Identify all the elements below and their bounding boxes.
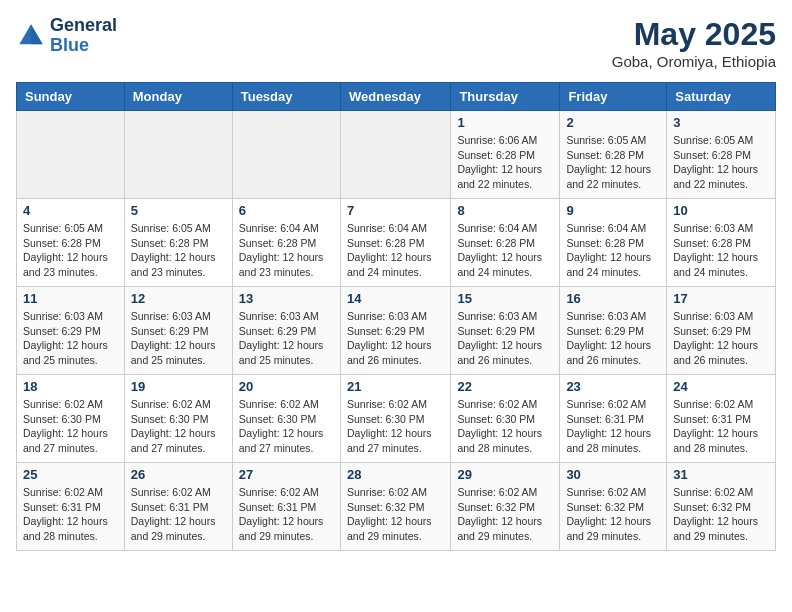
day-info: Sunrise: 6:04 AM Sunset: 6:28 PM Dayligh… bbox=[347, 221, 444, 280]
calendar-cell: 20Sunrise: 6:02 AM Sunset: 6:30 PM Dayli… bbox=[232, 375, 340, 463]
day-number: 26 bbox=[131, 467, 226, 482]
week-row-1: 1Sunrise: 6:06 AM Sunset: 6:28 PM Daylig… bbox=[17, 111, 776, 199]
day-number: 15 bbox=[457, 291, 553, 306]
calendar-cell: 6Sunrise: 6:04 AM Sunset: 6:28 PM Daylig… bbox=[232, 199, 340, 287]
logo-text: General Blue bbox=[50, 16, 117, 56]
calendar-cell: 7Sunrise: 6:04 AM Sunset: 6:28 PM Daylig… bbox=[340, 199, 450, 287]
day-info: Sunrise: 6:03 AM Sunset: 6:29 PM Dayligh… bbox=[566, 309, 660, 368]
day-number: 24 bbox=[673, 379, 769, 394]
day-number: 22 bbox=[457, 379, 553, 394]
day-info: Sunrise: 6:05 AM Sunset: 6:28 PM Dayligh… bbox=[673, 133, 769, 192]
day-number: 10 bbox=[673, 203, 769, 218]
calendar-cell: 13Sunrise: 6:03 AM Sunset: 6:29 PM Dayli… bbox=[232, 287, 340, 375]
calendar-cell: 29Sunrise: 6:02 AM Sunset: 6:32 PM Dayli… bbox=[451, 463, 560, 551]
title-block: May 2025 Goba, Oromiya, Ethiopia bbox=[612, 16, 776, 70]
day-number: 30 bbox=[566, 467, 660, 482]
calendar-cell: 14Sunrise: 6:03 AM Sunset: 6:29 PM Dayli… bbox=[340, 287, 450, 375]
calendar-cell: 10Sunrise: 6:03 AM Sunset: 6:28 PM Dayli… bbox=[667, 199, 776, 287]
logo-line1: General bbox=[50, 16, 117, 36]
day-info: Sunrise: 6:02 AM Sunset: 6:32 PM Dayligh… bbox=[457, 485, 553, 544]
day-number: 6 bbox=[239, 203, 334, 218]
day-info: Sunrise: 6:03 AM Sunset: 6:29 PM Dayligh… bbox=[457, 309, 553, 368]
day-info: Sunrise: 6:03 AM Sunset: 6:28 PM Dayligh… bbox=[673, 221, 769, 280]
calendar-cell bbox=[17, 111, 125, 199]
day-number: 23 bbox=[566, 379, 660, 394]
day-info: Sunrise: 6:02 AM Sunset: 6:30 PM Dayligh… bbox=[239, 397, 334, 456]
day-number: 27 bbox=[239, 467, 334, 482]
calendar-cell: 21Sunrise: 6:02 AM Sunset: 6:30 PM Dayli… bbox=[340, 375, 450, 463]
day-number: 12 bbox=[131, 291, 226, 306]
calendar-cell bbox=[340, 111, 450, 199]
header-friday: Friday bbox=[560, 83, 667, 111]
calendar-cell: 25Sunrise: 6:02 AM Sunset: 6:31 PM Dayli… bbox=[17, 463, 125, 551]
day-info: Sunrise: 6:05 AM Sunset: 6:28 PM Dayligh… bbox=[566, 133, 660, 192]
calendar-cell: 24Sunrise: 6:02 AM Sunset: 6:31 PM Dayli… bbox=[667, 375, 776, 463]
header-wednesday: Wednesday bbox=[340, 83, 450, 111]
day-info: Sunrise: 6:04 AM Sunset: 6:28 PM Dayligh… bbox=[566, 221, 660, 280]
day-info: Sunrise: 6:02 AM Sunset: 6:31 PM Dayligh… bbox=[239, 485, 334, 544]
day-info: Sunrise: 6:03 AM Sunset: 6:29 PM Dayligh… bbox=[347, 309, 444, 368]
header-thursday: Thursday bbox=[451, 83, 560, 111]
day-info: Sunrise: 6:04 AM Sunset: 6:28 PM Dayligh… bbox=[239, 221, 334, 280]
day-info: Sunrise: 6:05 AM Sunset: 6:28 PM Dayligh… bbox=[23, 221, 118, 280]
day-info: Sunrise: 6:02 AM Sunset: 6:30 PM Dayligh… bbox=[347, 397, 444, 456]
header-monday: Monday bbox=[124, 83, 232, 111]
logo-line2: Blue bbox=[50, 36, 117, 56]
day-number: 16 bbox=[566, 291, 660, 306]
month-year: May 2025 bbox=[612, 16, 776, 53]
calendar-cell: 17Sunrise: 6:03 AM Sunset: 6:29 PM Dayli… bbox=[667, 287, 776, 375]
day-number: 21 bbox=[347, 379, 444, 394]
header-row: SundayMondayTuesdayWednesdayThursdayFrid… bbox=[17, 83, 776, 111]
day-number: 18 bbox=[23, 379, 118, 394]
page-header: General Blue May 2025 Goba, Oromiya, Eth… bbox=[16, 16, 776, 70]
day-info: Sunrise: 6:03 AM Sunset: 6:29 PM Dayligh… bbox=[239, 309, 334, 368]
day-number: 29 bbox=[457, 467, 553, 482]
calendar-cell: 16Sunrise: 6:03 AM Sunset: 6:29 PM Dayli… bbox=[560, 287, 667, 375]
day-number: 8 bbox=[457, 203, 553, 218]
day-info: Sunrise: 6:02 AM Sunset: 6:31 PM Dayligh… bbox=[23, 485, 118, 544]
day-number: 17 bbox=[673, 291, 769, 306]
calendar-cell bbox=[124, 111, 232, 199]
day-info: Sunrise: 6:02 AM Sunset: 6:30 PM Dayligh… bbox=[131, 397, 226, 456]
calendar-cell: 15Sunrise: 6:03 AM Sunset: 6:29 PM Dayli… bbox=[451, 287, 560, 375]
location: Goba, Oromiya, Ethiopia bbox=[612, 53, 776, 70]
calendar-cell: 11Sunrise: 6:03 AM Sunset: 6:29 PM Dayli… bbox=[17, 287, 125, 375]
calendar-cell: 18Sunrise: 6:02 AM Sunset: 6:30 PM Dayli… bbox=[17, 375, 125, 463]
calendar-cell: 30Sunrise: 6:02 AM Sunset: 6:32 PM Dayli… bbox=[560, 463, 667, 551]
day-info: Sunrise: 6:04 AM Sunset: 6:28 PM Dayligh… bbox=[457, 221, 553, 280]
week-row-4: 18Sunrise: 6:02 AM Sunset: 6:30 PM Dayli… bbox=[17, 375, 776, 463]
day-info: Sunrise: 6:02 AM Sunset: 6:30 PM Dayligh… bbox=[457, 397, 553, 456]
day-info: Sunrise: 6:02 AM Sunset: 6:32 PM Dayligh… bbox=[566, 485, 660, 544]
calendar-cell: 12Sunrise: 6:03 AM Sunset: 6:29 PM Dayli… bbox=[124, 287, 232, 375]
day-info: Sunrise: 6:03 AM Sunset: 6:29 PM Dayligh… bbox=[673, 309, 769, 368]
day-number: 13 bbox=[239, 291, 334, 306]
calendar-cell: 3Sunrise: 6:05 AM Sunset: 6:28 PM Daylig… bbox=[667, 111, 776, 199]
week-row-3: 11Sunrise: 6:03 AM Sunset: 6:29 PM Dayli… bbox=[17, 287, 776, 375]
day-number: 31 bbox=[673, 467, 769, 482]
calendar-cell: 5Sunrise: 6:05 AM Sunset: 6:28 PM Daylig… bbox=[124, 199, 232, 287]
day-number: 2 bbox=[566, 115, 660, 130]
calendar-cell: 28Sunrise: 6:02 AM Sunset: 6:32 PM Dayli… bbox=[340, 463, 450, 551]
header-sunday: Sunday bbox=[17, 83, 125, 111]
calendar-table: SundayMondayTuesdayWednesdayThursdayFrid… bbox=[16, 82, 776, 551]
calendar-cell: 31Sunrise: 6:02 AM Sunset: 6:32 PM Dayli… bbox=[667, 463, 776, 551]
day-info: Sunrise: 6:02 AM Sunset: 6:31 PM Dayligh… bbox=[673, 397, 769, 456]
day-number: 1 bbox=[457, 115, 553, 130]
day-number: 7 bbox=[347, 203, 444, 218]
header-saturday: Saturday bbox=[667, 83, 776, 111]
day-number: 28 bbox=[347, 467, 444, 482]
day-info: Sunrise: 6:02 AM Sunset: 6:31 PM Dayligh… bbox=[566, 397, 660, 456]
day-info: Sunrise: 6:02 AM Sunset: 6:32 PM Dayligh… bbox=[347, 485, 444, 544]
day-info: Sunrise: 6:02 AM Sunset: 6:30 PM Dayligh… bbox=[23, 397, 118, 456]
day-number: 4 bbox=[23, 203, 118, 218]
svg-marker-1 bbox=[31, 24, 43, 44]
calendar-cell: 9Sunrise: 6:04 AM Sunset: 6:28 PM Daylig… bbox=[560, 199, 667, 287]
calendar-cell: 26Sunrise: 6:02 AM Sunset: 6:31 PM Dayli… bbox=[124, 463, 232, 551]
day-info: Sunrise: 6:03 AM Sunset: 6:29 PM Dayligh… bbox=[23, 309, 118, 368]
week-row-5: 25Sunrise: 6:02 AM Sunset: 6:31 PM Dayli… bbox=[17, 463, 776, 551]
calendar-header: SundayMondayTuesdayWednesdayThursdayFrid… bbox=[17, 83, 776, 111]
day-number: 9 bbox=[566, 203, 660, 218]
calendar-cell: 23Sunrise: 6:02 AM Sunset: 6:31 PM Dayli… bbox=[560, 375, 667, 463]
day-number: 25 bbox=[23, 467, 118, 482]
day-number: 20 bbox=[239, 379, 334, 394]
